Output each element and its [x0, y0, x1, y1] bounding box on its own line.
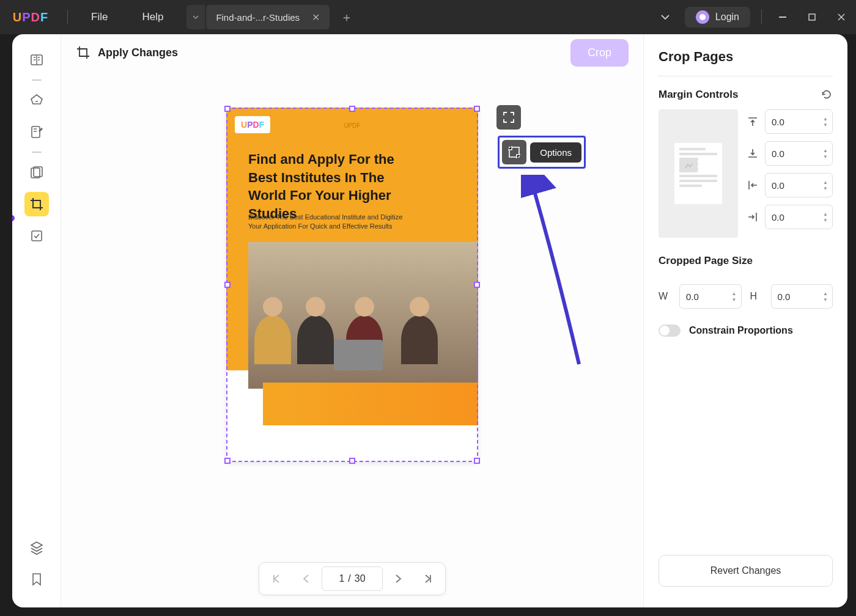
- page-logo: UPDF: [235, 116, 270, 133]
- recent-dropdown-icon[interactable]: [651, 5, 680, 29]
- margin-right-icon: [747, 211, 760, 223]
- crop-apply-icon: [76, 45, 90, 60]
- margin-controls-title: Margin Controls: [659, 89, 738, 101]
- next-page-icon[interactable]: [385, 566, 412, 591]
- revert-button[interactable]: Revert Changes: [659, 555, 833, 587]
- margin-left-input[interactable]: 0.0▲▼: [765, 173, 833, 197]
- login-button[interactable]: Login: [685, 7, 750, 28]
- right-panel: Crop Pages Margin Controls: [643, 34, 847, 607]
- annotation-arrow: [521, 175, 594, 370]
- page-navigator: 1 / 30: [259, 562, 446, 595]
- spin-up-icon[interactable]: ▲: [730, 290, 739, 296]
- organize-tool-icon[interactable]: [24, 160, 49, 185]
- svg-rect-3: [32, 127, 40, 138]
- reader-tool-icon[interactable]: [24, 48, 49, 72]
- page-accent-bar: [263, 383, 478, 425]
- canvas-area: Apply Changes Crop UPDF UPDF Find and Ap…: [61, 34, 643, 607]
- page-input[interactable]: 1 / 30: [322, 566, 383, 591]
- spin-down-icon[interactable]: ▼: [821, 185, 830, 191]
- document-page[interactable]: UPDF UPDF Find and Apply For the Best In…: [226, 108, 478, 462]
- spin-down-icon[interactable]: ▼: [821, 217, 830, 223]
- spin-down-icon[interactable]: ▼: [821, 153, 830, 160]
- titlebar: UPDF File Help Find-and-...r-Studies ✕ ＋…: [0, 0, 856, 34]
- total-pages: 30: [355, 573, 366, 584]
- spin-up-icon[interactable]: ▲: [821, 290, 830, 296]
- current-page: 1: [339, 573, 344, 584]
- margin-right-input[interactable]: 0.0▲▼: [765, 205, 833, 229]
- page-title-text: Find and Apply For the Best Institutes I…: [248, 150, 423, 223]
- first-page-icon[interactable]: [263, 566, 290, 591]
- edit-tool-icon[interactable]: [24, 120, 49, 144]
- options-highlight: Options: [498, 136, 586, 169]
- height-input[interactable]: 0.0▲▼: [771, 284, 833, 309]
- menu-file[interactable]: File: [74, 11, 125, 23]
- spin-down-icon[interactable]: ▼: [730, 296, 739, 302]
- fullscreen-icon[interactable]: [496, 105, 521, 130]
- cropped-size-title: Cropped Page Size: [659, 255, 753, 267]
- width-label: W: [659, 291, 671, 302]
- active-indicator: [12, 215, 15, 221]
- menu-help[interactable]: Help: [125, 11, 180, 23]
- comment-tool-icon[interactable]: [24, 88, 49, 112]
- margin-top-input[interactable]: 0.0▲▼: [765, 109, 833, 134]
- canvas-topbar: Apply Changes Crop: [61, 34, 643, 71]
- document-tab[interactable]: Find-and-...r-Studies ✕: [206, 5, 330, 29]
- constrain-label: Constrain Proportions: [689, 325, 793, 336]
- crop-handle[interactable]: [224, 458, 231, 464]
- margin-preview: [659, 109, 738, 238]
- reset-margins-icon[interactable]: [821, 89, 833, 101]
- svg-rect-6: [32, 231, 42, 241]
- prev-page-icon[interactable]: [292, 566, 319, 591]
- width-input[interactable]: 0.0▲▼: [679, 284, 742, 309]
- separator: [32, 79, 42, 81]
- crop-button[interactable]: Crop: [570, 39, 629, 67]
- minimize-button[interactable]: [768, 5, 797, 29]
- floating-tools: [496, 105, 521, 130]
- spin-up-icon[interactable]: ▲: [821, 147, 830, 153]
- crop-handle[interactable]: [349, 458, 355, 464]
- svg-rect-1: [809, 14, 815, 20]
- options-tooltip: Options: [530, 142, 581, 163]
- apply-changes-label: Apply Changes: [98, 46, 178, 59]
- close-button[interactable]: [827, 5, 856, 29]
- tab-area: Find-and-...r-Studies ✕ ＋: [186, 5, 359, 29]
- canvas-center: UPDF UPDF Find and Apply For the Best In…: [61, 71, 643, 607]
- tools-icon[interactable]: [24, 224, 49, 248]
- last-page-icon[interactable]: [415, 566, 441, 591]
- spin-down-icon[interactable]: ▼: [821, 296, 830, 302]
- bookmark-icon[interactable]: [24, 567, 49, 592]
- left-sidebar: [12, 34, 61, 607]
- divider: [67, 10, 68, 24]
- close-icon[interactable]: ✕: [312, 12, 320, 23]
- divider: [761, 10, 762, 24]
- crop-tool-icon[interactable]: [24, 192, 49, 216]
- tab-dropdown-icon[interactable]: [186, 5, 205, 29]
- svg-rect-0: [779, 16, 786, 18]
- maximize-button[interactable]: [797, 5, 827, 29]
- crop-handle[interactable]: [474, 458, 480, 464]
- height-label: H: [750, 291, 762, 302]
- margin-bottom-input[interactable]: 0.0▲▼: [765, 141, 833, 166]
- margin-bottom-icon: [747, 147, 760, 160]
- page-wrap: UPDF UPDF Find and Apply For the Best In…: [226, 108, 478, 462]
- separator: [32, 152, 42, 153]
- app-body: Apply Changes Crop UPDF UPDF Find and Ap…: [12, 34, 847, 607]
- page-photo: [248, 242, 478, 389]
- page-subtitle-text: Discover The Best Educational Institute …: [248, 213, 411, 232]
- spin-down-icon[interactable]: ▼: [821, 122, 830, 128]
- crop-options-icon[interactable]: [502, 140, 526, 164]
- layers-icon[interactable]: [24, 535, 49, 560]
- margin-top-icon: [747, 116, 760, 128]
- avatar-icon: [696, 10, 709, 24]
- panel-title: Crop Pages: [659, 49, 833, 76]
- spin-up-icon[interactable]: ▲: [821, 116, 830, 122]
- page-separator: /: [348, 573, 350, 584]
- spin-up-icon[interactable]: ▲: [821, 211, 830, 217]
- spin-up-icon[interactable]: ▲: [821, 179, 830, 185]
- margin-left-icon: [747, 179, 760, 191]
- app-logo: UPDF: [0, 10, 61, 24]
- login-label: Login: [715, 12, 739, 23]
- new-tab-button[interactable]: ＋: [334, 5, 359, 29]
- constrain-toggle[interactable]: [659, 324, 681, 337]
- page-brand-text: UPDF: [344, 122, 360, 129]
